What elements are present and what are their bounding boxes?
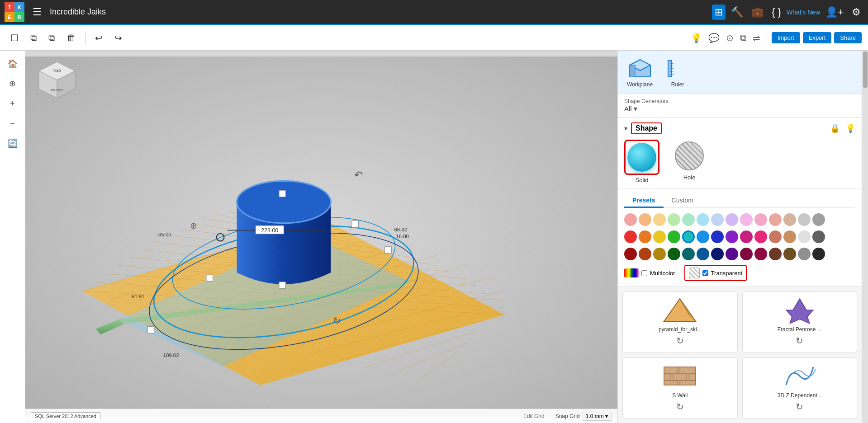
color-swatch[interactable] [639,248,651,260]
menu-button[interactable]: ☰ [30,5,44,20]
color-swatch[interactable] [754,230,767,243]
solid-type[interactable]: Solid [624,140,659,183]
color-swatch[interactable] [653,230,666,243]
color-swatch[interactable] [769,230,782,243]
export-button[interactable]: Export [803,32,832,43]
delete-button[interactable]: 🗑 [62,29,80,46]
multicolor-checkbox[interactable] [641,270,647,276]
color-swatch[interactable] [639,213,651,226]
sg-dropdown[interactable]: All ▾ [624,104,669,113]
color-swatch[interactable] [798,213,811,226]
multicolor-button[interactable]: Multicolor [624,268,675,277]
color-swatch[interactable] [726,248,738,260]
color-swatch[interactable] [668,213,680,226]
color-swatch[interactable] [726,213,738,226]
topbar: T K E R ☰ Incredible Jaiks ⊞ 🔨 💼 { } Wha… [0,0,868,25]
color-swatch[interactable] [653,213,666,226]
right-scrollbar[interactable] [862,51,868,423]
custom-tab[interactable]: Custom [664,194,702,208]
color-swatch[interactable] [798,230,811,243]
color-swatch[interactable] [682,213,695,226]
orbit-button[interactable]: 🔄 [4,135,21,152]
color-swatch[interactable] [812,248,825,260]
color-swatch[interactable] [697,248,709,260]
color-swatch[interactable] [769,213,782,226]
color-swatch[interactable] [812,230,825,243]
color-swatch[interactable] [668,230,680,243]
svg-rect-39 [279,282,286,289]
scrollbar-thumb[interactable] [863,52,868,88]
mirror-icon[interactable]: ⇌ [751,31,762,45]
new-button[interactable]: ☐ [6,29,23,47]
color-swatch[interactable] [798,248,811,260]
color-swatch[interactable] [769,248,782,260]
zoom-in-button[interactable]: + [4,95,21,112]
briefcase-button[interactable]: 💼 [749,5,766,20]
color-swatch[interactable] [754,213,767,226]
color-swatch[interactable] [624,213,637,226]
share-button[interactable]: Share [834,32,862,43]
light-icon[interactable]: 💡 [689,31,704,45]
fit-button[interactable]: ⊕ [4,75,21,92]
shape-item[interactable]: pyramid_for_ski... ↻ [622,291,738,353]
shape-item[interactable]: 3D Z Dependent... ↻ [742,357,858,419]
undo-button[interactable]: ↩ [91,29,107,47]
whats-new-button[interactable]: What's New [787,9,820,16]
logo-k: K [14,2,24,12]
grid-view-button[interactable]: ⊞ [712,5,726,20]
shape-item[interactable]: Fractal Penrose ... ↻ [742,291,858,353]
color-swatch[interactable] [740,248,753,260]
logo-t: T [5,2,14,12]
viewport[interactable]: 223.00 -65.00 68.42 -16.00 61.91 109.02 … [25,51,617,423]
color-swatch[interactable] [783,248,796,260]
wall-refresh-button[interactable]: ↻ [676,401,684,412]
3dz-refresh-button[interactable]: ↻ [796,401,803,412]
color-swatch[interactable] [682,248,695,260]
color-swatch[interactable] [624,248,637,260]
color-swatch[interactable] [726,230,738,243]
sg-arrow-icon: ▾ [634,104,637,113]
presets-tab[interactable]: Presets [624,194,664,208]
redo-button[interactable]: ↪ [110,29,126,47]
lock-icon[interactable]: 🔒 [830,123,840,133]
duplicate-button[interactable]: ⧉ [44,29,59,46]
fractal-refresh-button[interactable]: ↻ [796,335,803,346]
pyramid-refresh-button[interactable]: ↻ [676,335,684,346]
hammer-button[interactable]: 🔨 [728,5,746,20]
shape-item[interactable]: S Wall ↻ [622,357,738,419]
zoom-out-button[interactable]: − [4,115,21,132]
color-swatch[interactable] [783,213,796,226]
transparent-button[interactable]: Transparent [684,265,747,281]
color-swatch[interactable] [754,248,767,260]
snap-value-button[interactable]: 1.0 mm ▾ [582,412,612,421]
color-swatch[interactable] [711,230,724,243]
home-button[interactable]: 🏠 [4,55,21,72]
hole-type[interactable]: Hole [673,140,706,183]
color-swatch[interactable] [624,230,637,243]
transparent-checkbox[interactable] [702,270,708,276]
code-button[interactable]: { } [769,5,784,20]
ruler-button[interactable]: Ruler [666,56,689,88]
settings-button[interactable]: ⚙ [849,5,863,20]
color-swatch[interactable] [711,213,724,226]
color-swatch[interactable] [697,213,709,226]
color-swatch[interactable] [653,248,666,260]
bulb-icon[interactable]: 💡 [845,123,855,133]
workplane-button[interactable]: Workplane [627,56,653,88]
copy-button[interactable]: ⧉ [26,29,41,46]
profile-button[interactable]: 👤+ [823,5,846,20]
color-swatch[interactable] [682,230,695,243]
color-swatch[interactable] [668,248,680,260]
color-swatch[interactable] [697,230,709,243]
chat-icon[interactable]: 💬 [707,31,721,45]
color-swatch[interactable] [639,230,651,243]
color-swatch[interactable] [711,248,724,260]
statusbar: SQL Server 2012 Advanced Edit Grid Snap … [25,409,617,423]
circle-icon[interactable]: ⊙ [724,31,735,45]
color-swatch[interactable] [740,213,753,226]
color-swatch[interactable] [812,213,825,226]
color-swatch[interactable] [783,230,796,243]
color-swatch[interactable] [740,230,753,243]
import-button[interactable]: Import [772,32,800,43]
stack-icon[interactable]: ⧉ [738,31,748,45]
